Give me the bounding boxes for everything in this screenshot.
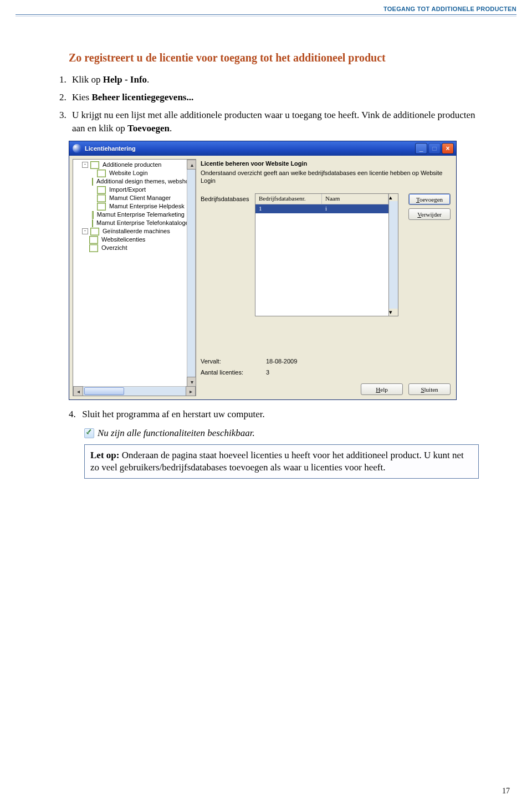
tree-item-label: Import/Export xyxy=(108,186,147,194)
btn-label: luiten xyxy=(424,386,438,393)
col-header-naam[interactable]: Naam xyxy=(322,194,388,204)
callout-text: Onderaan de pagina staat hoeveel licenti… xyxy=(90,450,464,473)
step-1-text-c: . xyxy=(147,74,149,85)
aantal-row: Aantal licenties: 3 xyxy=(201,369,451,376)
toevoegen-button[interactable]: Toevoegen xyxy=(408,193,451,205)
cell-nr: 1 xyxy=(255,204,322,213)
detail-title: Licentie beheren voor Website Login xyxy=(201,160,451,167)
tree-item[interactable]: -Geïnstalleerde machines xyxy=(82,227,186,235)
note: Nu zijn alle functionaliteiten beschikba… xyxy=(84,427,479,440)
scroll-down-icon[interactable]: ▾ xyxy=(389,309,398,316)
tree-item[interactable]: Websitelicenties xyxy=(82,235,186,244)
step-3-bold: Toevoegen xyxy=(127,123,170,134)
module-icon xyxy=(92,219,93,227)
module-icon xyxy=(90,161,99,169)
scroll-track[interactable] xyxy=(83,386,186,396)
tree-item[interactable]: Mamut Enterprise Telefonkatalogen Be xyxy=(90,219,186,227)
step-3: U krijgt nu een lijst met alle additione… xyxy=(69,109,479,135)
close-button[interactable]: × xyxy=(442,143,454,154)
scroll-up-icon[interactable]: ▴ xyxy=(187,160,196,170)
xp-titlebar[interactable]: Licentiehantering _ □ × xyxy=(69,141,456,156)
tree-item-label: Mamut Client Manager xyxy=(108,194,172,202)
tree-item[interactable]: Additional design themes, webshop xyxy=(90,177,186,186)
tree-item[interactable]: Mamut Client Manager xyxy=(90,194,186,202)
module-icon xyxy=(92,178,93,186)
vervalt-value: 18-08-2009 xyxy=(266,358,297,365)
tree-horizontal-scrollbar[interactable]: ◂ ▸ xyxy=(73,387,196,396)
embedded-screenshot: Licentiehantering _ □ × -Additionele pro… xyxy=(69,141,457,400)
module-icon xyxy=(90,228,99,235)
tree-item[interactable]: Mamut Enterprise Helpdesk xyxy=(90,202,186,211)
col-header-nr[interactable]: Bedrijfsdatabasenr. xyxy=(255,194,322,204)
module-icon xyxy=(89,244,98,252)
verwijder-button[interactable]: Verwijder xyxy=(408,208,451,220)
scroll-track[interactable] xyxy=(187,170,196,377)
tree-item-label: Mamut Enterprise Helpdesk xyxy=(108,202,186,211)
aantal-label: Aantal licenties: xyxy=(201,369,249,376)
window-title: Licentiehantering xyxy=(85,145,415,152)
module-icon xyxy=(97,186,106,194)
section-title: Zo registreert u de licentie voor toegan… xyxy=(69,50,479,65)
collapse-icon[interactable]: - xyxy=(82,228,88,234)
tree-root[interactable]: -Additionele producten xyxy=(82,161,186,169)
step-4-number: 4. xyxy=(69,408,80,421)
callout-lead: Let op: xyxy=(90,450,119,460)
tree-item-label: Websitelicenties xyxy=(100,235,146,244)
step-2-text-a: Kies xyxy=(72,92,91,102)
aantal-value: 3 xyxy=(266,369,269,376)
step-1-text-a: Klik op xyxy=(72,74,103,85)
step-2-bold: Beheer licentiegegevens... xyxy=(91,92,193,102)
btn-label: elp xyxy=(380,386,387,393)
step-4-text: Sluit het programma af en herstart uw co… xyxy=(82,409,265,419)
page-header-title: TOEGANG TOT ADDITIONELE PRODUCTEN xyxy=(383,6,516,12)
sluiten-button[interactable]: Sluiten xyxy=(408,383,451,395)
tree-item[interactable]: Overzicht xyxy=(82,244,186,252)
cell-naam: i xyxy=(322,204,388,213)
scroll-track[interactable] xyxy=(389,201,398,309)
maximize-button[interactable]: □ xyxy=(428,143,441,154)
module-icon xyxy=(89,236,98,244)
table-row[interactable]: 1 i xyxy=(255,204,388,213)
db-label: Bedrijfsdatabases xyxy=(201,193,255,202)
checkmark-icon xyxy=(84,428,94,438)
step-2: Kies Beheer licentiegegevens... xyxy=(69,91,479,104)
tree-vertical-scrollbar[interactable]: ▴ ▾ xyxy=(187,160,196,387)
steps-list: Klik op Help - Info. Kies Beheer licenti… xyxy=(57,73,479,135)
detail-subtitle: Onderstaand overzicht geeft aan welke be… xyxy=(201,169,451,184)
detail-pane: Licentie beheren voor Website Login Onde… xyxy=(198,156,456,399)
scroll-thumb[interactable] xyxy=(84,387,124,395)
vervalt-row: Vervalt: 18-08-2009 xyxy=(201,358,451,365)
tree-item-label: Additional design themes, webshop xyxy=(95,177,187,186)
vervalt-label: Vervalt: xyxy=(201,358,249,365)
module-icon xyxy=(97,170,106,177)
tree-item-label: Mamut Enterprise Telemarketing xyxy=(96,211,186,219)
scroll-right-icon[interactable]: ▸ xyxy=(186,386,196,396)
collapse-icon[interactable]: - xyxy=(82,162,88,168)
btn-label: erwijder xyxy=(421,211,442,218)
btn-label: oevoegen xyxy=(420,196,443,203)
tree-item-label: Overzicht xyxy=(100,244,128,252)
table-vertical-scrollbar[interactable]: ▴ ▾ xyxy=(389,193,398,316)
help-button[interactable]: Help xyxy=(361,383,403,395)
minimize-button[interactable]: _ xyxy=(415,143,427,154)
scroll-up-icon[interactable]: ▴ xyxy=(389,194,398,201)
step-1-bold: Help - Info xyxy=(103,74,147,85)
callout-box: Let op: Onderaan de pagina staat hoeveel… xyxy=(84,444,479,479)
tree-item-label: Mamut Enterprise Telefonkatalogen Be xyxy=(95,219,187,227)
header-rule xyxy=(16,14,516,15)
xp-window: Licentiehantering _ □ × -Additionele pro… xyxy=(69,141,457,400)
tree-pane: -Additionele producten Website Login Add… xyxy=(73,159,196,396)
scroll-left-icon[interactable]: ◂ xyxy=(73,386,83,396)
db-table[interactable]: Bedrijfsdatabasenr. Naam 1 i xyxy=(255,193,389,316)
tree-item-label: Website Login xyxy=(108,169,149,177)
scroll-down-icon[interactable]: ▾ xyxy=(187,377,196,387)
tree-item-label: Geïnstalleerde machines xyxy=(101,227,171,235)
tree-item[interactable]: Import/Export xyxy=(90,186,186,194)
step-1: Klik op Help - Info. xyxy=(69,73,479,86)
module-icon xyxy=(97,203,106,211)
app-icon xyxy=(73,144,81,153)
note-text: Nu zijn alle functionaliteiten beschikba… xyxy=(98,427,255,440)
tree-item[interactable]: Mamut Enterprise Telemarketing xyxy=(90,211,186,219)
module-icon xyxy=(92,211,94,219)
tree-item[interactable]: Website Login xyxy=(90,169,186,177)
